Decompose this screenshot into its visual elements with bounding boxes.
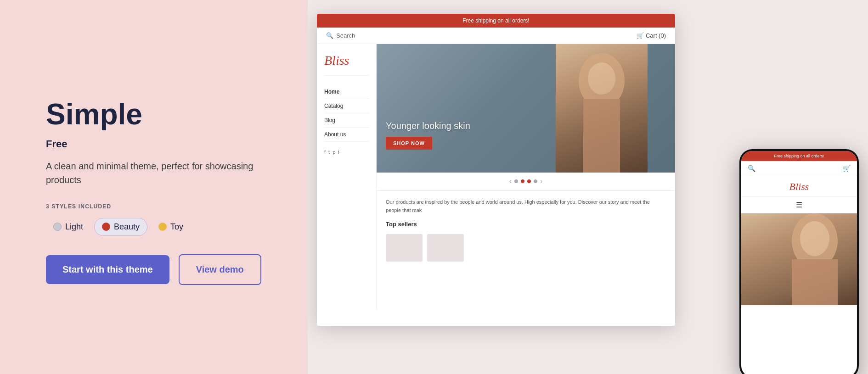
product-thumb-2: [427, 234, 464, 262]
desktop-about: Our products are inspired by the people …: [377, 190, 675, 269]
search-text: Search: [336, 32, 355, 39]
theme-description: A clean and minimal theme, perfect for s…: [46, 159, 266, 187]
prev-arrow[interactable]: ‹: [509, 177, 512, 185]
desktop-about-text: Our products are inspired by the people …: [386, 198, 666, 214]
desktop-nav-catalog[interactable]: Catalog: [324, 99, 369, 113]
cart-icon: 🛒: [637, 32, 644, 39]
mobile-nav: 🔍 🛒: [741, 161, 857, 176]
style-name-beauty: Beauty: [114, 222, 140, 232]
desktop-logo: Bliss: [324, 53, 369, 76]
mobile-hero-image: [741, 213, 857, 305]
style-option-beauty[interactable]: Beauty: [94, 218, 147, 236]
svg-point-2: [588, 62, 615, 95]
search-icon: 🔍: [326, 32, 333, 39]
desktop-content: Bliss Home Catalog Blog About us f t p i: [317, 44, 675, 310]
style-option-light[interactable]: Light: [46, 218, 90, 235]
desktop-nav-bar: 🔍 Search 🛒 Cart (0): [317, 28, 675, 44]
desktop-sidebar: Bliss Home Catalog Blog About us f t p i: [317, 44, 377, 310]
svg-rect-4: [792, 259, 838, 305]
desktop-nav-about[interactable]: About us: [324, 128, 369, 142]
style-option-toy[interactable]: Toy: [151, 218, 191, 235]
desktop-search: 🔍 Search: [326, 32, 355, 39]
buttons-row: Start with this theme View demo: [46, 254, 271, 285]
svg-rect-1: [583, 99, 620, 173]
twitter-icon: t: [328, 149, 330, 155]
slider-dot-3[interactable]: [527, 179, 531, 183]
slider-dot-2[interactable]: [521, 179, 524, 183]
theme-title: Simple: [46, 98, 271, 130]
facebook-icon: f: [324, 149, 326, 155]
styles-label: 3 STYLES INCLUDED: [46, 203, 271, 210]
right-panel: Free shipping on all orders! 🔍 Search 🛒 …: [308, 0, 868, 374]
mobile-cart-icon[interactable]: 🛒: [843, 165, 851, 172]
left-panel: Simple Free A clean and minimal theme, p…: [0, 0, 308, 374]
desktop-topbar: Free shipping on all orders!: [317, 14, 675, 28]
svg-point-5: [800, 221, 829, 256]
mobile-search-icon[interactable]: 🔍: [748, 165, 755, 172]
product-thumb-1: [386, 234, 423, 262]
style-dot-beauty: [102, 223, 110, 231]
style-name-light: Light: [65, 222, 83, 232]
instagram-icon: i: [338, 149, 339, 155]
mobile-logo: Bliss: [741, 176, 857, 197]
cart-count: Cart (0): [646, 32, 666, 39]
mobile-mockup: Free shipping on all orders! 🔍 🛒 Bliss ☰: [739, 149, 859, 374]
mobile-topbar: Free shipping on all orders!: [741, 151, 857, 161]
desktop-top-sellers: Top sellers: [386, 220, 666, 229]
desktop-nav-home[interactable]: Home: [324, 85, 369, 99]
desktop-mockup: Free shipping on all orders! 🔍 Search 🛒 …: [317, 14, 675, 326]
style-name-toy: Toy: [170, 222, 183, 232]
styles-row: Light Beauty Toy: [46, 218, 271, 236]
hero-person-image: [556, 44, 648, 173]
desktop-nav-blog[interactable]: Blog: [324, 113, 369, 128]
hero-text-box: Younger looking skin SHOP NOW: [386, 121, 470, 150]
desktop-slider-dots: ‹ ›: [377, 173, 675, 190]
mobile-hero: [741, 213, 857, 305]
desktop-main: Younger looking skin SHOP NOW ‹ › Our pr…: [377, 44, 675, 310]
slider-dot-1[interactable]: [514, 179, 518, 183]
hero-shop-button[interactable]: SHOP NOW: [386, 137, 432, 150]
mobile-menu: ☰: [741, 197, 857, 213]
start-theme-button[interactable]: Start with this theme: [46, 255, 169, 284]
desktop-cart: 🛒 Cart (0): [637, 32, 666, 39]
theme-price: Free: [46, 138, 271, 150]
view-demo-button[interactable]: View demo: [179, 254, 261, 285]
desktop-social: f t p i: [324, 149, 369, 155]
next-arrow[interactable]: ›: [540, 177, 542, 185]
style-dot-toy: [158, 223, 167, 231]
slider-dot-4[interactable]: [534, 179, 537, 183]
hero-headline: Younger looking skin: [386, 121, 470, 131]
pinterest-icon: p: [333, 149, 335, 155]
hamburger-icon[interactable]: ☰: [796, 201, 802, 209]
style-dot-light: [53, 223, 62, 231]
desktop-hero: Younger looking skin SHOP NOW: [377, 44, 675, 173]
mobile-screen: Free shipping on all orders! 🔍 🛒 Bliss ☰: [741, 151, 857, 374]
hero-face: [556, 44, 648, 173]
